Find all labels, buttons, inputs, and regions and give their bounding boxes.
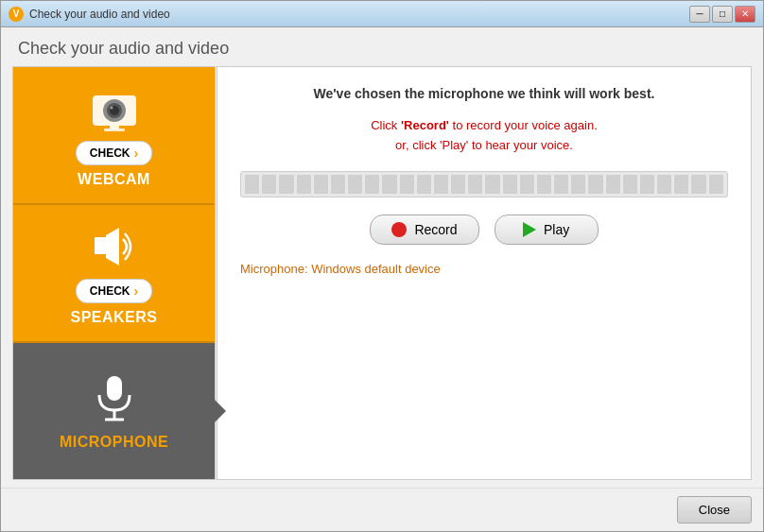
level-segment bbox=[365, 175, 379, 194]
webcam-check-button[interactable]: CHECK › bbox=[76, 141, 152, 165]
level-segment bbox=[331, 175, 345, 194]
level-segment bbox=[554, 175, 568, 194]
bottom-bar: Close bbox=[1, 488, 763, 531]
close-button[interactable]: Close bbox=[677, 496, 752, 523]
svg-rect-6 bbox=[104, 129, 125, 131]
level-segment bbox=[691, 175, 705, 194]
content-area: CHECK › WEBCAM bbox=[1, 66, 763, 488]
play-icon bbox=[523, 222, 536, 237]
speaker-icon bbox=[89, 224, 140, 269]
level-segment bbox=[297, 175, 311, 194]
mic-value: Windows default device bbox=[311, 262, 441, 276]
svg-rect-7 bbox=[95, 237, 106, 254]
title-bar-text: Check your audio and video bbox=[29, 8, 689, 21]
speakers-check-label: CHECK bbox=[90, 284, 130, 298]
svg-rect-9 bbox=[107, 376, 122, 401]
play-label: Play bbox=[544, 222, 569, 237]
level-segment bbox=[623, 175, 637, 194]
webcam-label: WEBCAM bbox=[78, 171, 150, 188]
speakers-check-arrow: › bbox=[134, 283, 139, 299]
minimize-button[interactable]: ─ bbox=[689, 6, 710, 23]
level-segment bbox=[588, 175, 602, 194]
svg-marker-8 bbox=[106, 228, 119, 266]
instruction-line1: Click 'Record' to record your voice agai… bbox=[371, 118, 598, 132]
sidebar: CHECK › WEBCAM bbox=[12, 66, 216, 480]
sidebar-item-webcam[interactable]: CHECK › WEBCAM bbox=[13, 67, 215, 205]
panel-title: We've chosen the microphone we think wil… bbox=[240, 86, 728, 101]
app-icon: V bbox=[9, 7, 24, 22]
level-segment bbox=[314, 175, 328, 194]
sidebar-item-microphone[interactable]: MICROPHONE bbox=[13, 343, 215, 479]
level-segment bbox=[537, 175, 551, 194]
level-segment bbox=[279, 175, 293, 194]
sidebar-item-speakers[interactable]: CHECK › SPEAKERS bbox=[13, 205, 215, 343]
speakers-label: SPEAKERS bbox=[70, 309, 157, 326]
window-close-button[interactable]: ✕ bbox=[735, 6, 755, 23]
level-segment bbox=[485, 175, 499, 194]
level-segment bbox=[640, 175, 654, 194]
level-segment bbox=[674, 175, 688, 194]
play-button[interactable]: Play bbox=[495, 215, 599, 245]
level-segment bbox=[520, 175, 534, 194]
level-segment bbox=[262, 175, 276, 194]
level-segment bbox=[606, 175, 620, 194]
mic-label: Microphone: bbox=[240, 262, 308, 276]
title-bar-buttons: ─ □ ✕ bbox=[689, 6, 755, 23]
instruction-text: Click 'Record' to record your voice agai… bbox=[240, 116, 728, 156]
instruction-line2: or, click 'Play' to hear your voice. bbox=[395, 138, 573, 152]
app-icon-letter: V bbox=[13, 9, 20, 19]
level-segment bbox=[245, 175, 259, 194]
level-segment bbox=[348, 175, 362, 194]
microphone-info: Microphone: Windows default device bbox=[240, 262, 728, 276]
level-segment bbox=[451, 175, 465, 194]
level-segment bbox=[417, 175, 431, 194]
title-bar: V Check your audio and video ─ □ ✕ bbox=[1, 1, 763, 27]
record-label: Record bbox=[414, 222, 457, 237]
microphone-label: MICROPHONE bbox=[60, 434, 168, 451]
maximize-button[interactable]: □ bbox=[712, 6, 733, 23]
action-buttons: Record Play bbox=[240, 215, 728, 245]
webcam-icon bbox=[89, 86, 140, 131]
main-window: V Check your audio and video ─ □ ✕ Check… bbox=[0, 0, 764, 532]
level-segment bbox=[382, 175, 396, 194]
main-panel: We've chosen the microphone we think wil… bbox=[217, 66, 752, 480]
record-button[interactable]: Record bbox=[370, 215, 478, 245]
record-icon bbox=[391, 222, 407, 237]
level-segment bbox=[468, 175, 482, 194]
webcam-icon-area bbox=[88, 83, 140, 135]
level-segment bbox=[434, 175, 448, 194]
webcam-check-label: CHECK bbox=[90, 146, 130, 160]
level-segment bbox=[657, 175, 671, 194]
microphone-icon bbox=[92, 372, 137, 423]
level-segment bbox=[400, 175, 414, 194]
level-segment bbox=[503, 175, 517, 194]
microphone-icon-area bbox=[88, 372, 140, 424]
speakers-icon-area bbox=[88, 221, 140, 273]
speakers-check-button[interactable]: CHECK › bbox=[76, 279, 152, 303]
audio-level-bar bbox=[240, 171, 728, 197]
level-segment bbox=[709, 175, 723, 194]
level-segment bbox=[571, 175, 585, 194]
webcam-check-arrow: › bbox=[134, 146, 139, 161]
page-title: Check your audio and video bbox=[1, 27, 763, 66]
svg-point-4 bbox=[110, 107, 113, 110]
